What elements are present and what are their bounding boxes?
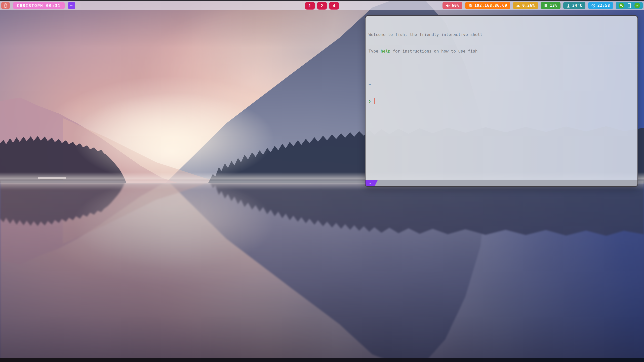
wallpaper-sky-mirrored [0, 183, 644, 362]
fish-welcome-line: Welcome to fish, the friendly interactiv… [369, 32, 634, 37]
temperature-value: 34°C [572, 3, 582, 8]
memory-usage-value: 13% [550, 3, 557, 8]
volume-value: 60% [452, 3, 459, 8]
key-icon [620, 4, 623, 7]
prompt-line: ❯ [369, 98, 634, 104]
help-line-prefix: Type [369, 49, 381, 54]
system-tray [616, 2, 643, 9]
terminal-cursor [374, 98, 375, 104]
globe-icon [468, 4, 472, 8]
memory-stack-icon [544, 4, 548, 8]
tux-icon [3, 3, 8, 8]
terminal-window[interactable]: Welcome to fish, the friendly interactiv… [365, 15, 638, 187]
wallpaper-mountains-mirrored [0, 183, 644, 362]
desktop: CHRISTOPH 00:31 ~ 1 2 4 60% 192.168 [0, 0, 644, 362]
terminal-tab-bar: ~ [366, 180, 637, 186]
bar-left-modules: CHRISTOPH 00:31 ~ [1, 2, 75, 9]
gauge-icon [516, 4, 520, 8]
clock-module[interactable]: 22:58 [588, 2, 613, 9]
network-ip-value: 192.168.86.69 [474, 3, 507, 8]
workspace-switcher: 1 2 4 [305, 2, 339, 10]
workspace-button-1[interactable]: 1 [305, 2, 315, 10]
help-line-suffix: for instructions on how to use fish [390, 49, 478, 54]
cpu-module[interactable]: 0.26% [513, 2, 538, 9]
speaker-icon [446, 4, 450, 8]
launcher-button[interactable] [1, 2, 10, 9]
clock-value: 22:58 [597, 3, 610, 8]
memory-module[interactable]: 13% [541, 2, 560, 9]
bar-status-modules: 60% 192.168.86.69 0.26% [442, 2, 643, 9]
workspace-button-4[interactable]: 4 [329, 2, 339, 10]
tray-password-manager-button[interactable] [619, 3, 624, 8]
cpu-load-value: 0.26% [522, 3, 535, 8]
terminal-tab-active[interactable]: ~ [366, 180, 378, 186]
blank-line [369, 65, 634, 71]
top-status-bar: CHRISTOPH 00:31 ~ 1 2 4 60% 192.168 [0, 0, 644, 10]
prompt-cwd: ~ [369, 82, 634, 87]
active-workspace-tag-badge[interactable]: ~ [68, 2, 75, 9]
temperature-module[interactable]: 34°C [563, 2, 585, 9]
help-keyword: help [381, 49, 390, 54]
workspace-button-2[interactable]: 2 [317, 2, 327, 10]
check-icon [636, 4, 639, 7]
thermometer-icon [566, 3, 570, 8]
tray-status-ok-button[interactable] [634, 3, 640, 8]
clock-icon [591, 4, 595, 8]
volume-module[interactable]: 60% [442, 2, 462, 9]
prompt-chevron: ❯ [369, 99, 371, 104]
network-module[interactable]: 192.168.86.69 [465, 2, 510, 9]
user-session-badge: CHRISTOPH 00:31 [13, 2, 65, 9]
wallpaper-lake-reflection [0, 183, 644, 362]
terminal-output: Welcome to fish, the friendly interactiv… [366, 16, 637, 180]
fish-help-line: Type help for instructions on how to use… [369, 49, 634, 54]
phone-icon[interactable] [627, 3, 631, 8]
bottom-shoreline [0, 358, 644, 362]
